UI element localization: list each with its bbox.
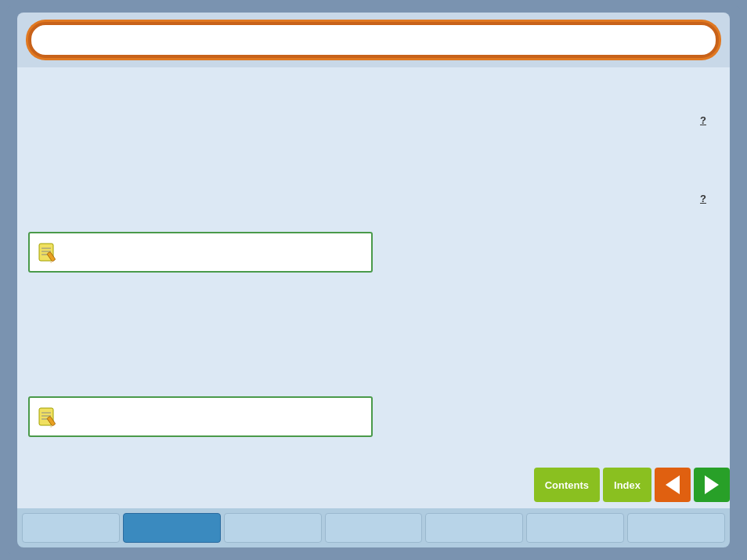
nav-tab-7[interactable] <box>627 513 725 543</box>
title-bar <box>28 22 719 58</box>
prev-button[interactable] <box>655 468 691 502</box>
outer-frame: ? ? <box>6 6 741 554</box>
nav-tab-5[interactable] <box>425 513 523 543</box>
next-button[interactable] <box>694 468 730 502</box>
main-content: ? ? <box>17 67 730 508</box>
nav-tab-2[interactable] <box>123 513 221 543</box>
nav-tab-1[interactable] <box>22 513 120 543</box>
top-bar <box>17 13 730 67</box>
nav-tab-6[interactable] <box>526 513 624 543</box>
index-button[interactable]: Index <box>603 468 651 502</box>
help-link-1[interactable]: ? <box>700 114 706 126</box>
help-link-2[interactable]: ? <box>700 193 706 204</box>
note-box-1 <box>28 232 373 273</box>
note-box-2 <box>28 396 373 437</box>
contents-button[interactable]: Contents <box>534 468 600 502</box>
nav-tab-4[interactable] <box>325 513 423 543</box>
nav-tab-3[interactable] <box>224 513 322 543</box>
next-arrow-icon <box>705 475 719 494</box>
nav-buttons: Contents Index <box>534 468 730 502</box>
prev-arrow-icon <box>666 475 680 494</box>
note-icon-2 <box>36 406 58 428</box>
note-icon-1 <box>36 241 58 263</box>
bottom-nav <box>17 508 730 547</box>
